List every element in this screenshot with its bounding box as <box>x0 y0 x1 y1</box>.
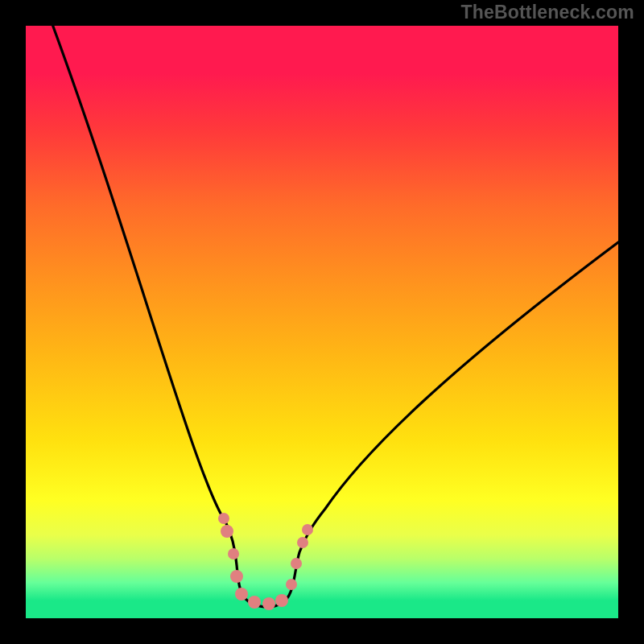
data-marker <box>262 597 275 610</box>
data-marker <box>235 588 248 601</box>
data-marker <box>302 524 313 535</box>
chart-frame: TheBottleneck.com <box>0 0 644 644</box>
bottleneck-curve <box>50 26 618 607</box>
data-marker <box>286 579 297 590</box>
watermark-text: TheBottleneck.com <box>460 2 634 23</box>
curve-svg <box>26 26 618 618</box>
plot-area <box>26 26 618 618</box>
data-marker <box>275 594 288 607</box>
data-marker <box>228 548 239 559</box>
data-marker <box>248 596 261 609</box>
data-marker <box>291 558 302 569</box>
data-marker <box>230 570 243 583</box>
data-marker <box>297 537 308 548</box>
data-marker <box>221 525 233 538</box>
marker-group <box>218 513 313 610</box>
data-marker <box>218 513 229 524</box>
